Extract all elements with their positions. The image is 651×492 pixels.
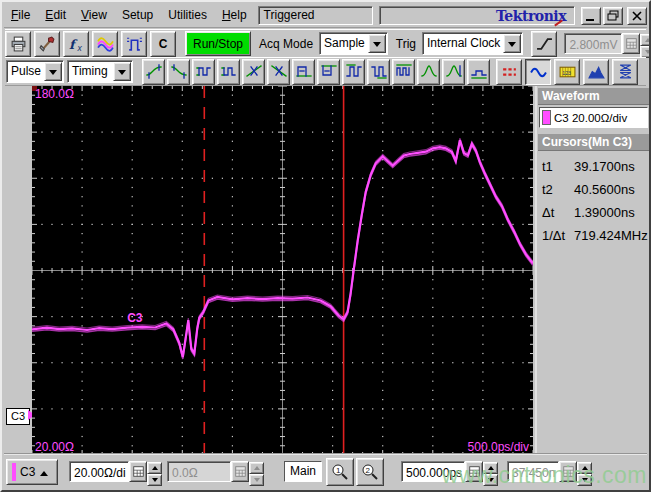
channel-gutter: C3 <box>4 86 32 455</box>
toolbar-define-math[interactable]: fx <box>63 31 89 57</box>
main-timebase-indicator[interactable]: Main <box>284 461 322 482</box>
readout-value: 719.424MHz <box>574 228 648 243</box>
timebase-spinner[interactable]: 500.000ps <box>401 461 498 483</box>
measure-low-signal-icon <box>471 64 487 79</box>
menu-utilities[interactable]: Utilities <box>161 5 215 26</box>
view-cursors[interactable] <box>496 59 522 85</box>
signal-type-select[interactable]: Pulse <box>6 60 64 83</box>
toolbar-define-math-icon: fx <box>68 36 85 52</box>
minimize-button[interactable] <box>581 7 601 25</box>
trig-label: Trig <box>391 37 419 51</box>
channel-color-stripe <box>12 463 16 481</box>
measure-low-signal[interactable] <box>467 59 490 85</box>
acq-mode-label: Acq Mode <box>254 37 316 51</box>
measure-neg-duty-cycle-icon <box>371 64 387 79</box>
readout-panel: Waveform C3 20.00Ω/div Cursors(Mn C3) t1… <box>535 86 651 457</box>
acq-mode-select[interactable]: Sample <box>319 32 388 55</box>
menu-edit[interactable]: Edit <box>38 5 74 26</box>
menu-view[interactable]: View <box>74 5 115 26</box>
measure-period-icon <box>396 64 412 79</box>
measure-neg-width-icon <box>321 64 337 79</box>
zoom-view1-button[interactable]: 1 <box>326 458 354 486</box>
measure-neg-duty-cycle[interactable] <box>367 59 390 85</box>
waveform-panel-header: Waveform <box>538 88 649 105</box>
toolbar-clear[interactable]: C <box>150 31 176 57</box>
measure-fall-time[interactable] <box>167 59 190 85</box>
chevron-down-icon[interactable] <box>113 62 131 81</box>
measure-pos-duty-cycle[interactable] <box>342 59 365 85</box>
toolbar-acquisition-pulse[interactable] <box>121 31 147 57</box>
trig-source-select[interactable]: Internal Clock <box>422 32 523 55</box>
svg-text:2: 2 <box>366 466 371 475</box>
zoom-view2-button[interactable]: 2 <box>356 458 384 486</box>
spin-arrows[interactable] <box>577 462 592 482</box>
main-toolbar: fxC Run/Stop Acq Mode Sample Trig Intern… <box>5 29 646 58</box>
chevron-down-icon[interactable] <box>44 62 62 81</box>
svg-text:x: x <box>76 42 82 51</box>
cursor-readout-1t: 1/Δt719.424MHz <box>537 224 651 247</box>
trig-slope-button[interactable] <box>531 31 557 57</box>
toolbar-waveform-database-icon <box>97 36 114 52</box>
view-eye-diagram[interactable] <box>612 59 638 85</box>
channel-select-button[interactable]: C3 <box>6 459 58 485</box>
close-button[interactable] <box>627 7 647 25</box>
restore-icon <box>606 9 620 23</box>
spin-arrows[interactable] <box>483 462 498 482</box>
measure-pos-crossing-icon <box>246 64 262 79</box>
menu-file[interactable]: File <box>4 5 38 26</box>
scope-display[interactable]: 180.0Ω 20.00Ω 500.0ps/div C3 <box>32 86 533 455</box>
close-icon <box>630 9 644 23</box>
measure-period[interactable] <box>392 59 415 85</box>
measure-neg-crossing-icon <box>271 64 287 79</box>
measure-peak-to-peak[interactable] <box>442 59 465 85</box>
spin-arrows <box>249 462 264 482</box>
view-histogram[interactable] <box>583 59 609 85</box>
cursor-readout-t2: t240.5600ns <box>537 178 651 201</box>
readout-value: 40.5600ns <box>574 182 635 197</box>
toolbar-waveform-database[interactable] <box>92 31 118 57</box>
waveform-entry-c3[interactable]: C3 20.00Ω/div <box>539 107 648 128</box>
view-histogram-icon <box>588 64 605 80</box>
restore-button[interactable] <box>603 7 623 25</box>
cursor-readouts: t139.1700nst240.5600nsΔt1.39000ns1/Δt719… <box>537 155 651 247</box>
menu-help[interactable]: Help <box>215 5 255 26</box>
run-stop-button[interactable]: Run/Stop <box>185 31 251 56</box>
keypad-icon[interactable] <box>559 461 577 482</box>
keypad-icon[interactable] <box>622 33 640 54</box>
keypad-icon[interactable] <box>129 461 147 482</box>
vertical-top-scale: 180.0Ω <box>35 87 74 101</box>
minimize-icon <box>584 9 598 23</box>
spin-arrows[interactable] <box>640 34 651 54</box>
view-waveform-display[interactable] <box>525 59 551 85</box>
vertical-bottom-scale: 20.00Ω <box>35 440 74 454</box>
keypad-icon[interactable] <box>465 461 483 482</box>
bottom-control-bar: C3 20.00Ω/di 0.0Ω Main 1 2 500.000ps 37.… <box>4 453 647 488</box>
measure-pos-frequency[interactable] <box>192 59 215 85</box>
measure-class-select[interactable]: Timing <box>67 60 133 83</box>
toolbar-tools[interactable] <box>34 31 60 57</box>
readout-value: 1.39000ns <box>574 205 635 220</box>
logo-panel: Tektronix <box>379 6 575 25</box>
chevron-down-icon[interactable] <box>503 34 521 53</box>
readout-label: Δt <box>542 205 574 220</box>
measure-neg-crossing[interactable] <box>267 59 290 85</box>
measure-neg-width[interactable] <box>317 59 340 85</box>
measure-pos-width[interactable] <box>292 59 315 85</box>
menu-items: FileEditViewSetupUtilitiesHelp <box>4 5 255 26</box>
horizontal-position-spinner[interactable]: 37.450n <box>507 461 592 483</box>
measure-neg-frequency[interactable] <box>217 59 240 85</box>
vertical-scale-spinner[interactable]: 20.00Ω/di <box>69 461 162 483</box>
measure-pos-frequency-icon <box>196 64 212 79</box>
channel-c3-marker[interactable]: C3 <box>6 408 30 425</box>
measure-pos-amplitude[interactable] <box>417 59 440 85</box>
spin-arrows[interactable] <box>147 462 162 482</box>
chevron-down-icon[interactable] <box>368 34 386 53</box>
waveform-plot[interactable] <box>32 86 533 455</box>
trig-level-spinner: 2.800mV <box>564 33 651 55</box>
menu-setup[interactable]: Setup <box>115 5 161 26</box>
measure-pos-crossing[interactable] <box>242 59 265 85</box>
view-readout[interactable]: 123 <box>554 59 580 85</box>
toolbar-print[interactable] <box>5 31 31 57</box>
view-button-group: 123 <box>496 59 638 85</box>
measure-rise-time[interactable] <box>142 59 165 85</box>
